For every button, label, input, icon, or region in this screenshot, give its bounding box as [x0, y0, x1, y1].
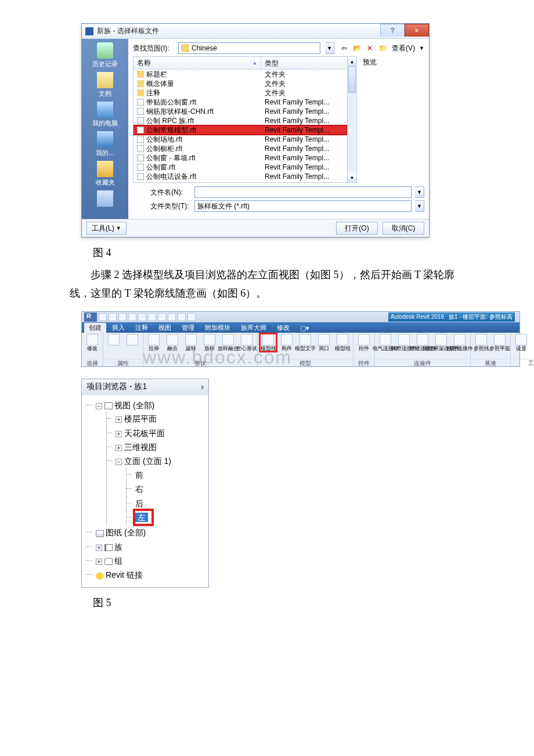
places-item[interactable]: 收藏夹 — [86, 161, 124, 187]
ribbon-button[interactable]: 放样 — [201, 334, 218, 351]
ribbon-button[interactable]: 控件 — [356, 334, 372, 351]
node-elevation-back[interactable]: 后 — [135, 499, 143, 508]
qat-section-icon[interactable] — [178, 313, 186, 321]
ribbon-button[interactable]: 洞口 — [316, 334, 332, 351]
ribbon-tabs[interactable]: 创建插入注释视图管理附加模块族库大师修改▢▾ — [82, 322, 519, 333]
ribbon-button[interactable]: 参照平面 — [492, 334, 508, 351]
close-button[interactable]: × — [405, 24, 429, 37]
ribbon-button[interactable]: 参照线 — [473, 334, 489, 351]
places-item[interactable]: 我的电脑 — [86, 102, 124, 128]
file-row[interactable]: 公制 RPC 族.rftRevit Family Templ... — [134, 116, 347, 125]
expander-icon[interactable]: + — [96, 545, 102, 551]
file-row[interactable]: 概念体量文件夹 — [134, 79, 347, 88]
expander-icon[interactable]: − — [116, 459, 122, 465]
places-item[interactable]: 历史记录 — [86, 42, 124, 69]
file-scrollbar[interactable]: ▲ ▼ — [348, 56, 357, 183]
node-floor-plans[interactable]: 楼层平面 — [124, 414, 157, 423]
up-icon[interactable]: 📂 — [352, 43, 362, 53]
expand-icon[interactable]: › — [201, 382, 204, 391]
file-row[interactable]: 公制窗 - 幕墙.rftRevit Family Templ... — [134, 153, 347, 163]
node-elevations[interactable]: 立面 (立面 1) — [124, 456, 171, 466]
places-item[interactable]: 文档 — [86, 72, 124, 98]
ribbon-button[interactable]: 空心形状 — [239, 334, 255, 351]
ribbon-tab[interactable]: 族库大师 — [236, 323, 271, 333]
filetype-input[interactable]: 族样板文件 (*.rft) — [194, 200, 412, 212]
file-row[interactable]: 公制电话设备.rftRevit Family Templ... — [134, 172, 347, 181]
expander-icon[interactable]: + — [116, 431, 122, 437]
file-row[interactable]: 公制电话设备主体.rftRevit Family Templ... — [134, 181, 347, 183]
node-views-all[interactable]: 视图 (全部) — [114, 401, 154, 410]
ribbon-button[interactable]: 拉伸 — [146, 334, 162, 351]
ribbon-button[interactable]: 设置 — [513, 334, 529, 351]
node-3d-views[interactable]: 三维视图 — [124, 442, 157, 452]
expander-icon[interactable]: + — [116, 416, 122, 423]
cancel-button[interactable]: 取消(C) — [383, 222, 424, 235]
back-icon[interactable]: ⇦ — [339, 43, 349, 53]
qat-text-icon[interactable] — [158, 313, 166, 321]
node-revit-links[interactable]: Revit 链接 — [106, 570, 143, 579]
expander-icon[interactable]: + — [96, 559, 102, 565]
dialog-titlebar[interactable]: 新族 - 选择样板文件 — [82, 24, 429, 39]
ribbon-tab[interactable]: 创建 — [84, 323, 106, 333]
file-list[interactable]: 名称▲ 类型 标题栏文件夹概念体量文件夹注释文件夹带贴面公制窗.rftRevit… — [133, 56, 348, 183]
ribbon-button[interactable]: 模型组 — [334, 334, 351, 351]
ribbon-button[interactable]: 显示 — [532, 334, 534, 351]
ribbon-button[interactable]: 模型文字 — [297, 334, 313, 351]
tools-button[interactable]: 工具(L)▼ — [86, 222, 127, 235]
scope-dropdown[interactable]: Chinese — [178, 42, 320, 54]
node-ceiling-plans[interactable]: 天花板平面 — [124, 429, 165, 438]
qat-more-icon[interactable] — [187, 313, 196, 321]
ribbon-button[interactable]: 融合 — [164, 334, 181, 351]
file-row[interactable]: 公制常规模型.rftRevit Family Templ... — [134, 125, 347, 135]
col-name[interactable]: 名称 — [137, 58, 151, 68]
view-menu[interactable]: 查看(V) — [390, 44, 417, 53]
qat-undo-icon[interactable] — [118, 313, 127, 321]
qat-measure-icon[interactable] — [148, 313, 156, 321]
file-row[interactable]: 带贴面公制窗.rftRevit Family Templ... — [134, 98, 347, 107]
qat-open-icon[interactable] — [109, 313, 117, 321]
ribbon-button[interactable]: 修改 — [84, 334, 100, 351]
ribbon-button[interactable]: 放样融合 — [220, 334, 236, 351]
filename-dropdown-arrow[interactable]: ▼ — [415, 186, 424, 198]
expander-icon[interactable]: + — [116, 445, 122, 451]
file-row[interactable]: 钢筋形状样板-CHN.rftRevit Family Templ... — [134, 107, 347, 116]
places-item[interactable] — [86, 190, 124, 208]
project-browser-title[interactable]: 项目浏览器 - 族1 › — [82, 379, 208, 395]
node-families[interactable]: 族 — [114, 542, 122, 552]
ribbon-tab[interactable]: 附加模块 — [200, 323, 235, 333]
scroll-down-icon[interactable]: ▼ — [348, 173, 356, 182]
qat-redo-icon[interactable] — [128, 313, 136, 321]
node-elevation-right[interactable]: 右 — [135, 484, 143, 494]
ribbon-button[interactable]: 线管连接件 — [452, 334, 468, 351]
file-row[interactable]: 公制窗.rftRevit Family Templ... — [134, 163, 347, 172]
delete-icon[interactable]: ✕ — [365, 43, 375, 53]
ribbon-button[interactable]: 模型线 — [260, 334, 276, 351]
file-row[interactable]: 公制场地.rftRevit Family Templ... — [134, 135, 347, 144]
scroll-up-icon[interactable]: ▲ — [348, 57, 356, 66]
ribbon-button[interactable]: 构件 — [279, 334, 295, 351]
open-button[interactable]: 打开(O) — [336, 222, 378, 235]
ribbon-tab[interactable]: 注释 — [131, 323, 153, 333]
node-elevation-front[interactable]: 前 — [135, 470, 143, 480]
filetype-dropdown-arrow[interactable]: ▼ — [415, 200, 424, 212]
application-menu-icon[interactable] — [84, 312, 97, 322]
filename-input[interactable] — [194, 186, 412, 198]
quick-access-toolbar[interactable]: Autodesk Revit 2016 族1 - 楼层平面: 参照标高 — [82, 312, 519, 322]
newfolder-icon[interactable]: 📁 — [377, 43, 388, 53]
file-list-header[interactable]: 名称▲ 类型 — [134, 57, 347, 70]
qat-save-icon[interactable] — [99, 313, 107, 321]
col-type[interactable]: 类型 — [261, 57, 347, 69]
ribbon-button[interactable] — [124, 334, 140, 346]
qat-print-icon[interactable] — [138, 313, 146, 321]
ribbon-tab[interactable]: 视图 — [154, 323, 176, 333]
node-sheets[interactable]: 图纸 (全部) — [106, 528, 146, 537]
file-row[interactable]: 标题栏文件夹 — [134, 70, 347, 79]
ribbon-button[interactable]: 旋转 — [183, 334, 199, 351]
tree-view[interactable]: −视图 (全部) +楼层平面 +天花板平面 +三维视图 −立面 (立面 1) 前… — [84, 398, 206, 582]
ribbon-tab[interactable]: 插入 — [107, 323, 129, 333]
help-button[interactable]: ? — [380, 24, 405, 37]
scope-dropdown-arrow[interactable]: ▼ — [325, 42, 334, 54]
ribbon-tab[interactable]: 管理 — [177, 323, 199, 333]
expander-icon[interactable]: − — [96, 403, 102, 409]
qat-3d-icon[interactable] — [168, 313, 176, 321]
